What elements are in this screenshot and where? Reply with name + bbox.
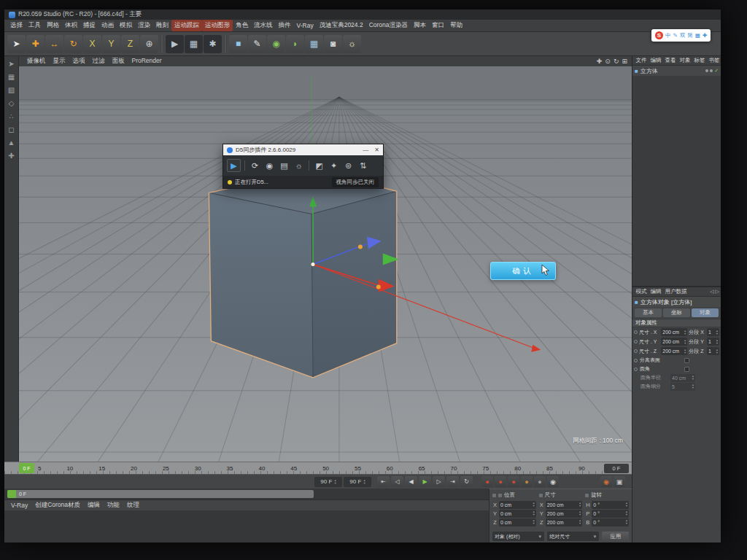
range-end-field[interactable]: 90 F (344, 477, 371, 487)
timeline-ruler[interactable]: 0 F 51015202530354045505560657075808590 … (4, 462, 632, 474)
ime-jian-label[interactable]: 简 (687, 32, 693, 39)
subdivision-surface-icon[interactable]: ◉ (267, 35, 285, 53)
spinner[interactable] (684, 330, 686, 335)
menu-item[interactable]: 角色 (233, 20, 251, 31)
menu-item[interactable]: 动画 (98, 20, 117, 31)
coords-lock-icon[interactable] (585, 494, 589, 497)
record-param-button[interactable]: ● (534, 476, 546, 487)
menu-item[interactable]: 窗口 (429, 20, 447, 31)
camera-icon[interactable]: ◙ (324, 35, 342, 53)
spinner[interactable] (533, 519, 534, 524)
rotate-view-icon[interactable]: ↻ (614, 58, 619, 65)
menu-item[interactable]: 网格 (44, 20, 62, 31)
node-sync-icon[interactable]: ⊚ (342, 160, 355, 172)
om-menu-item[interactable]: 书签 (707, 57, 721, 64)
floor-icon[interactable]: ▦ (305, 35, 323, 53)
segment-value-field[interactable]: 1 (707, 328, 719, 336)
viewport-menu-item[interactable]: ProRender (128, 57, 166, 66)
points-mode-icon[interactable]: ∴ (9, 112, 13, 120)
play-button[interactable]: ▶ (419, 476, 431, 487)
om-menu-item[interactable]: 对象 (678, 57, 692, 64)
menu-item[interactable]: 帮助 (447, 20, 465, 31)
gizmo-handle[interactable] (358, 244, 363, 249)
menu-item[interactable]: 运动图形 (202, 20, 233, 31)
d5-close-button[interactable]: ✕ (374, 147, 379, 153)
sync-icon[interactable]: ⟳ (249, 160, 261, 172)
menu-item[interactable]: 模拟 (117, 20, 135, 31)
attribute-tab[interactable]: 坐标 (663, 308, 690, 317)
ime-mode-cn[interactable]: 中 (665, 32, 671, 39)
rotation-field[interactable]: 0 ° (592, 518, 629, 526)
position-field[interactable]: 0 cm (499, 510, 536, 518)
workplane-icon[interactable]: ◇ (9, 99, 15, 107)
om-menu-item[interactable]: 查看 (663, 57, 678, 64)
am-menu-item[interactable]: 模式 (634, 288, 649, 295)
current-frame-field[interactable]: 0 F (604, 464, 629, 473)
fillet-value-field[interactable]: 5 (670, 383, 695, 391)
spinner[interactable] (684, 339, 686, 344)
spinner[interactable] (692, 375, 694, 380)
menu-item[interactable]: V-Ray (294, 20, 317, 31)
position-field[interactable]: 0 cm (499, 518, 536, 526)
fillet-value-field[interactable]: 40 cm (670, 374, 695, 382)
material-menu-item[interactable]: 纹理 (123, 501, 143, 510)
size-field[interactable]: 200 cm (546, 501, 583, 509)
prev-frame-button[interactable]: ◀ (405, 476, 417, 487)
menu-item[interactable]: 捕捉 (80, 20, 98, 31)
spinner[interactable] (716, 349, 718, 354)
am-menu-item[interactable]: 编辑 (649, 288, 663, 295)
keyframe-dot[interactable] (634, 359, 638, 362)
menu-item[interactable]: 运动跟踪 (171, 20, 202, 31)
segment-value-field[interactable]: 1 (707, 347, 719, 355)
menu-item[interactable]: 茂迪宝典2024.2 (317, 20, 366, 31)
next-frame-button[interactable]: ▷ (433, 476, 445, 487)
viewport-3d[interactable]: D5同步插件 2.6.6.0029 — ✕ ▶ ⟳◉▤☼ (19, 66, 632, 462)
render-marker-icon[interactable]: ◉ (600, 476, 612, 487)
d5-minimize-button[interactable]: — (363, 147, 368, 153)
light-sync-icon[interactable]: ☼ (293, 160, 305, 172)
pan-view-icon[interactable]: ✚ (597, 58, 603, 65)
zoom-view-icon[interactable]: ⊙ (605, 58, 611, 65)
ime-keyboard-icon[interactable]: ▦ (695, 32, 700, 39)
spinner[interactable] (684, 349, 686, 354)
record-rotation-button[interactable]: ● (521, 476, 533, 487)
range-start-field[interactable]: 90 F (314, 477, 342, 487)
timeline-numbers[interactable]: 51015202530354045505560657075808590 (4, 462, 604, 474)
menu-item[interactable]: 流水线 (251, 20, 276, 31)
viewport-menu-item[interactable]: 显示 (50, 57, 69, 66)
spinner[interactable] (626, 510, 627, 516)
coords-lock-icon[interactable] (498, 494, 502, 497)
spline-pen-icon[interactable]: ✎ (248, 35, 266, 53)
phong-tag-icon[interactable]: ✓ (714, 68, 719, 74)
menu-item[interactable]: 插件 (276, 20, 294, 31)
view-sync-icon[interactable]: ⇅ (357, 160, 369, 172)
ime-pen-icon[interactable]: ✎ (673, 32, 678, 39)
spinner[interactable] (579, 510, 581, 516)
move-tool-icon[interactable]: ✚ (26, 35, 44, 53)
export-icon[interactable]: ▤ (278, 160, 290, 172)
object-manager-empty-area[interactable] (632, 76, 721, 286)
size-field[interactable]: 200 cm (546, 510, 583, 518)
spinner[interactable] (716, 330, 718, 335)
polygons-mode-icon[interactable]: ▲ (8, 139, 15, 147)
om-menu-item[interactable]: 文件 (634, 57, 649, 64)
spinner[interactable] (579, 519, 581, 524)
ime-toolbox-icon[interactable]: ✚ (703, 32, 707, 39)
preview-range-slider[interactable]: 0 F (7, 490, 314, 498)
material-menu-item[interactable]: 编辑 (84, 501, 104, 510)
toggle-view-icon[interactable]: ⊞ (622, 58, 627, 65)
editor-visibility-dot[interactable] (705, 69, 708, 72)
picture-viewer-icon[interactable]: ▣ (614, 476, 625, 487)
rotate-tool-icon[interactable]: ↻ (64, 35, 82, 53)
spinner[interactable] (626, 519, 627, 524)
pointer-tool-icon[interactable]: ➤ (8, 60, 14, 68)
sogou-logo-icon[interactable]: S (655, 31, 663, 39)
z-axis-lock-icon[interactable]: Z (121, 35, 139, 53)
texture-mode-icon[interactable]: ▧ (8, 86, 15, 94)
spinner[interactable] (716, 339, 718, 344)
segment-value-field[interactable]: 1 (707, 338, 719, 346)
menu-item[interactable]: Corona渲染器 (366, 20, 411, 31)
gizmo-handle[interactable] (376, 285, 381, 289)
scale-tool-icon[interactable]: ↔ (45, 35, 63, 53)
size-field[interactable]: 200 cm (546, 518, 583, 526)
